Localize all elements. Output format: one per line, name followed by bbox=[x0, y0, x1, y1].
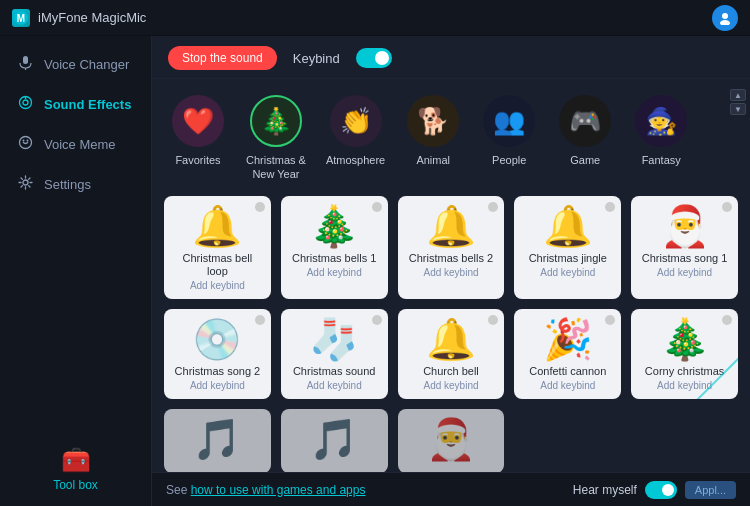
top-controls: Stop the sound Keybind bbox=[152, 36, 750, 79]
sound-card-corny-christmas[interactable]: 🎄 Corny christmas Add keybind bbox=[631, 309, 738, 399]
category-fantasy[interactable]: 🧙 Fantasy bbox=[625, 89, 697, 173]
category-game[interactable]: 🎮 Game bbox=[549, 89, 621, 173]
sound-name: Christmas sound bbox=[293, 365, 376, 378]
bottom-right-controls: Hear myself Appl... bbox=[573, 481, 736, 499]
help-link-container: See how to use with games and apps bbox=[166, 483, 365, 497]
keybind-text[interactable]: Add keybind bbox=[540, 380, 595, 391]
sidebar-label-voice-meme: Voice Meme bbox=[44, 137, 116, 152]
sound-card-christmas-song-2[interactable]: 💿 Christmas song 2 Add keybind bbox=[164, 309, 271, 399]
title-bar-left: M iMyFone MagicMic bbox=[12, 9, 146, 27]
sound-icon: 🔔 bbox=[543, 206, 593, 246]
active-indicator bbox=[605, 202, 615, 212]
category-label-people: People bbox=[492, 153, 526, 167]
sound-card-church-bell[interactable]: 🔔 Church bell Add keybind bbox=[398, 309, 505, 399]
keybind-text[interactable]: Add keybind bbox=[307, 267, 362, 278]
keybind-label: Keybind bbox=[293, 51, 340, 66]
sound-name: Christmas song 1 bbox=[642, 252, 728, 265]
sidebar-item-sound-effects[interactable]: Sound Effects bbox=[0, 84, 151, 124]
svg-point-2 bbox=[722, 13, 728, 19]
sidebar: Voice Changer Sound Effects bbox=[0, 36, 152, 506]
sound-card-extra-3[interactable]: 🎅 bbox=[398, 409, 505, 472]
svg-point-9 bbox=[19, 137, 31, 149]
keybind-text[interactable]: Add keybind bbox=[190, 380, 245, 391]
category-label-christmas: Christmas &New Year bbox=[246, 153, 306, 182]
keybind-text[interactable]: Add keybind bbox=[657, 267, 712, 278]
sidebar-label-voice-changer: Voice Changer bbox=[44, 57, 129, 72]
keybind-text[interactable]: Add keybind bbox=[423, 380, 478, 391]
animal-icon: 🐕 bbox=[407, 95, 459, 147]
help-link[interactable]: how to use with games and apps bbox=[191, 483, 366, 497]
svg-line-13 bbox=[693, 354, 738, 399]
sidebar-item-voice-meme[interactable]: Voice Meme bbox=[0, 124, 151, 164]
active-indicator bbox=[372, 202, 382, 212]
category-animal[interactable]: 🐕 Animal bbox=[397, 89, 469, 173]
sound-card-christmas-jingle[interactable]: 🔔 Christmas jingle Add keybind bbox=[514, 196, 621, 299]
sound-grid-container[interactable]: 🔔 Christmas bell loop Add keybind 🎄 Chri… bbox=[152, 188, 750, 472]
active-indicator bbox=[255, 202, 265, 212]
category-people[interactable]: 👥 People bbox=[473, 89, 545, 173]
sidebar-toolbox[interactable]: 🧰 Tool box bbox=[0, 434, 151, 506]
sound-name: Confetti cannon bbox=[529, 365, 606, 378]
category-atmosphere[interactable]: 👏 Atmosphere bbox=[318, 89, 393, 173]
sidebar-item-voice-changer[interactable]: Voice Changer bbox=[0, 44, 151, 84]
svg-point-11 bbox=[26, 140, 28, 142]
keybind-text[interactable]: Add keybind bbox=[307, 380, 362, 391]
sound-icon: 🎉 bbox=[543, 319, 593, 359]
sound-card-christmas-sound[interactable]: 🧦 Christmas sound Add keybind bbox=[281, 309, 388, 399]
sidebar-label-settings: Settings bbox=[44, 177, 91, 192]
active-indicator bbox=[605, 315, 615, 325]
keybind-text[interactable]: Add keybind bbox=[423, 267, 478, 278]
scroll-up-button[interactable]: ▲ bbox=[730, 89, 746, 101]
toolbox-icon: 🧰 bbox=[61, 446, 91, 474]
sidebar-label-sound-effects: Sound Effects bbox=[44, 97, 131, 112]
people-icon: 👥 bbox=[483, 95, 535, 147]
user-avatar[interactable] bbox=[712, 5, 738, 31]
category-scroll-controls: ▲ ▼ bbox=[730, 89, 746, 115]
svg-point-3 bbox=[720, 20, 730, 25]
sound-icon: 💿 bbox=[192, 319, 242, 359]
sound-name: Christmas song 2 bbox=[175, 365, 261, 378]
scroll-down-button[interactable]: ▼ bbox=[730, 103, 746, 115]
hear-myself-toggle[interactable] bbox=[645, 481, 677, 499]
sound-card-extra-2[interactable]: 🎵 bbox=[281, 409, 388, 472]
sound-icon: 🎵 bbox=[309, 419, 359, 459]
active-indicator bbox=[488, 315, 498, 325]
sidebar-item-settings[interactable]: Settings bbox=[0, 164, 151, 204]
sound-card-christmas-bell-loop[interactable]: 🔔 Christmas bell loop Add keybind bbox=[164, 196, 271, 299]
christmas-icon: 🎄 bbox=[250, 95, 302, 147]
svg-point-7 bbox=[23, 100, 28, 105]
sound-card-christmas-bells-1[interactable]: 🎄 Christmas bells 1 Add keybind bbox=[281, 196, 388, 299]
atmosphere-icon: 👏 bbox=[330, 95, 382, 147]
hear-myself-label: Hear myself bbox=[573, 483, 637, 497]
stop-sound-button[interactable]: Stop the sound bbox=[168, 46, 277, 70]
category-label-game: Game bbox=[570, 153, 600, 167]
keybind-toggle[interactable] bbox=[356, 48, 392, 68]
sound-grid: 🔔 Christmas bell loop Add keybind 🎄 Chri… bbox=[164, 196, 738, 472]
keybind-text[interactable]: Add keybind bbox=[190, 280, 245, 291]
apply-button[interactable]: Appl... bbox=[685, 481, 736, 499]
sound-name: Christmas jingle bbox=[529, 252, 607, 265]
category-favorites[interactable]: ❤️ Favorites bbox=[162, 89, 234, 173]
category-tabs: ❤️ Favorites 🎄 Christmas &New Year 👏 Atm… bbox=[152, 79, 750, 188]
voice-meme-icon bbox=[16, 135, 34, 153]
sound-card-extra-1[interactable]: 🎵 bbox=[164, 409, 271, 472]
sound-card-christmas-bells-2[interactable]: 🔔 Christmas bells 2 Add keybind bbox=[398, 196, 505, 299]
toolbox-label: Tool box bbox=[53, 478, 98, 492]
category-label-animal: Animal bbox=[416, 153, 450, 167]
category-label-atmosphere: Atmosphere bbox=[326, 153, 385, 167]
sound-name: Christmas bells 2 bbox=[409, 252, 493, 265]
sound-icon: 🔔 bbox=[426, 206, 476, 246]
sound-icon: 🔔 bbox=[426, 319, 476, 359]
active-indicator bbox=[722, 315, 732, 325]
svg-point-10 bbox=[22, 140, 24, 142]
sound-card-confetti-cannon[interactable]: 🎉 Confetti cannon Add keybind bbox=[514, 309, 621, 399]
category-christmas[interactable]: 🎄 Christmas &New Year bbox=[238, 89, 314, 188]
svg-point-12 bbox=[23, 180, 28, 185]
sound-card-christmas-song-1[interactable]: 🎅 Christmas song 1 Add keybind bbox=[631, 196, 738, 299]
keybind-text[interactable]: Add keybind bbox=[540, 267, 595, 278]
app-title: iMyFone MagicMic bbox=[38, 10, 146, 25]
active-indicator bbox=[372, 315, 382, 325]
content-area: Stop the sound Keybind ❤️ Favorites 🎄 Ch… bbox=[152, 36, 750, 506]
category-label-favorites: Favorites bbox=[175, 153, 220, 167]
sound-icon: 🎅 bbox=[426, 419, 476, 459]
